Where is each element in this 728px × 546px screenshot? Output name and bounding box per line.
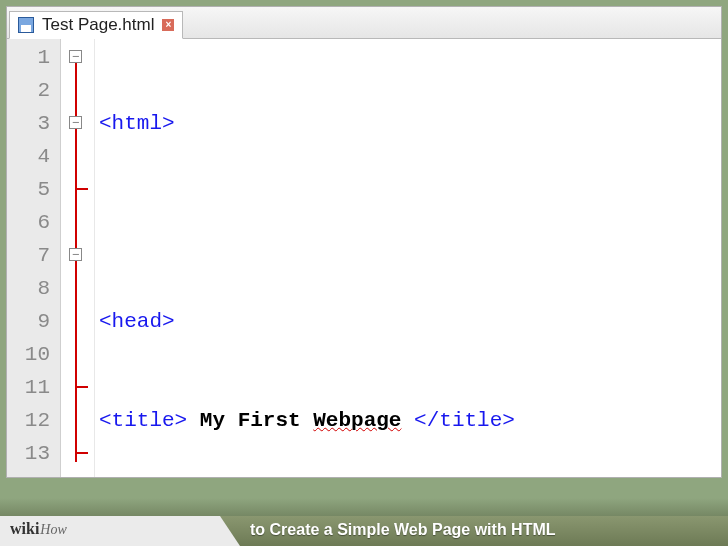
line-number: 1 — [7, 41, 50, 74]
close-icon[interactable]: × — [162, 19, 174, 31]
watermark-footer: wikiHow to Create a Simple Web Page with… — [0, 516, 728, 546]
code-line: <title> My First Webpage </title> — [99, 404, 721, 437]
fold-end-icon — [76, 386, 88, 388]
line-number: 5 — [7, 173, 50, 206]
line-number: 2 — [7, 74, 50, 107]
fold-end-icon — [76, 452, 88, 454]
code-line: <head> — [99, 305, 721, 338]
line-number-gutter: 1 2 3 4 5 6 7 8 9 10 11 12 13 — [7, 39, 61, 477]
fold-column — [61, 39, 95, 477]
line-number: 13 — [7, 437, 50, 470]
fold-toggle-icon[interactable] — [69, 50, 82, 63]
code-line — [99, 206, 721, 239]
line-number: 6 — [7, 206, 50, 239]
line-number: 10 — [7, 338, 50, 371]
file-icon — [18, 17, 34, 33]
fold-toggle-icon[interactable] — [69, 248, 82, 261]
code-area[interactable]: <html> <head> <title> My First Webpage <… — [95, 39, 721, 477]
line-number: 7 — [7, 239, 50, 272]
file-tab[interactable]: Test Page.html × — [9, 11, 183, 39]
fold-toggle-icon[interactable] — [69, 116, 82, 129]
watermark-brand: wikiHow — [0, 516, 220, 546]
editor-window: Test Page.html × 1 2 3 4 5 6 7 8 9 10 11… — [6, 6, 722, 478]
line-number: 8 — [7, 272, 50, 305]
fold-end-icon — [76, 188, 88, 190]
code-editor[interactable]: 1 2 3 4 5 6 7 8 9 10 11 12 13 <html> < — [7, 39, 721, 477]
tab-filename: Test Page.html — [42, 15, 154, 35]
line-number: 9 — [7, 305, 50, 338]
line-number: 12 — [7, 404, 50, 437]
line-number: 4 — [7, 140, 50, 173]
code-line: <html> — [99, 107, 721, 140]
line-number: 3 — [7, 107, 50, 140]
tab-bar: Test Page.html × — [7, 7, 721, 39]
watermark-title: to Create a Simple Web Page with HTML — [220, 516, 728, 546]
line-number: 11 — [7, 371, 50, 404]
